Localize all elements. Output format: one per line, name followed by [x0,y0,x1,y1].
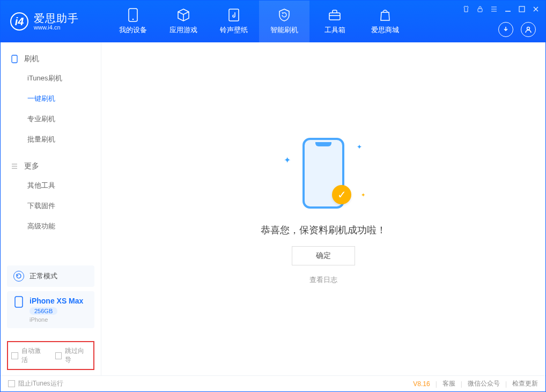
shield-refresh-icon [277,8,291,22]
version-label: V8.16 [413,380,430,388]
svg-rect-4 [478,9,482,12]
device-card[interactable]: iPhone XS Max 256GB iPhone [7,291,94,328]
svg-rect-7 [12,55,17,63]
logo-area: i4 爱思助手 www.i4.cn [1,12,108,31]
minimize-button[interactable] [504,5,512,13]
sidebar-item-one-click-flash[interactable]: 一键刷机 [1,88,101,109]
skip-guide-checkbox[interactable]: 跳过向导 [55,346,91,365]
nav-smart-flash[interactable]: 智能刷机 [259,1,309,42]
sidebar-section-more: 更多 [1,157,101,175]
device-type: iPhone [29,316,83,323]
main-content: ✦ ✦ ✦ ✓ 恭喜您，保资料刷机成功啦！ 确定 查看日志 [101,42,545,375]
success-message: 恭喜您，保资料刷机成功啦！ [261,224,386,236]
app-title: 爱思助手 [34,12,79,24]
nav-ringtones-wallpapers[interactable]: 铃声壁纸 [209,1,259,42]
sidebar-item-download-firmware[interactable]: 下载固件 [1,196,101,216]
phone-small-icon [13,297,24,307]
app-subtitle: www.i4.cn [34,24,79,31]
close-button[interactable] [532,5,540,13]
menu-icon[interactable] [490,5,498,13]
nav-my-device[interactable]: 我的设备 [108,1,158,42]
sidebar-item-advanced[interactable]: 高级功能 [1,216,101,236]
svg-rect-8 [15,297,23,307]
nav-apps-games[interactable]: 应用游戏 [158,1,209,42]
music-file-icon [227,8,241,22]
download-button[interactable] [498,22,513,37]
toolbox-icon [328,8,342,22]
bag-icon [378,8,392,22]
lock-icon[interactable] [476,5,484,13]
checkbox-icon [8,380,15,387]
window-controls [462,5,540,13]
sidebar-section-flash: 刷机 [1,50,101,68]
app-header: i4 爱思助手 www.i4.cn 我的设备 应用游戏 铃声壁纸 智能刷机 工具… [1,1,545,42]
device-icon [10,55,19,63]
success-illustration: ✦ ✦ ✦ ✓ [281,134,366,214]
tshirt-icon[interactable] [462,5,470,13]
user-button[interactable] [521,22,536,37]
sidebar-item-itunes-flash[interactable]: iTunes刷机 [1,68,101,88]
device-name: iPhone XS Max [29,297,83,305]
block-itunes-checkbox[interactable]: 阻止iTunes运行 [8,379,63,388]
check-update-link[interactable]: 检查更新 [512,379,538,388]
sidebar-item-batch-flash[interactable]: 批量刷机 [1,129,101,150]
checkbox-icon [55,352,62,359]
logo-icon: i4 [10,12,28,31]
sidebar: 刷机 iTunes刷机 一键刷机 专业刷机 批量刷机 更多 其他工具 下载固件 … [1,42,101,375]
flash-options-highlight: 自动激活 跳过向导 [7,341,94,370]
list-icon [10,162,19,171]
refresh-icon [13,271,24,282]
sparkle-icon: ✦ [361,192,365,198]
sparkle-icon: ✦ [357,143,362,151]
cube-icon [176,8,190,22]
nav-store[interactable]: 爱思商城 [360,1,410,42]
sidebar-item-pro-flash[interactable]: 专业刷机 [1,109,101,129]
check-badge-icon: ✓ [332,185,351,204]
svg-rect-5 [519,6,525,12]
checkbox-icon [11,352,18,359]
mode-label: 正常模式 [29,271,57,281]
svg-rect-3 [329,13,340,20]
svg-point-6 [527,27,530,30]
auto-activate-checkbox[interactable]: 自动激活 [11,346,47,365]
top-nav: 我的设备 应用游戏 铃声壁纸 智能刷机 工具箱 爱思商城 [108,1,410,42]
sidebar-item-other-tools[interactable]: 其他工具 [1,175,101,196]
status-bar: 阻止iTunes运行 V8.16 | 客服 | 微信公众号 | 检查更新 [1,375,545,391]
wechat-link[interactable]: 微信公众号 [468,379,500,388]
device-capacity: 256GB [29,307,57,315]
customer-service-link[interactable]: 客服 [442,379,455,388]
phone-icon [126,8,140,22]
maximize-button[interactable] [518,5,526,13]
view-log-link[interactable]: 查看日志 [309,275,337,285]
ok-button[interactable]: 确定 [292,246,355,265]
svg-point-1 [132,19,134,20]
sparkle-icon: ✦ [284,155,291,165]
mode-card[interactable]: 正常模式 [7,265,94,287]
nav-toolbox[interactable]: 工具箱 [309,1,360,42]
